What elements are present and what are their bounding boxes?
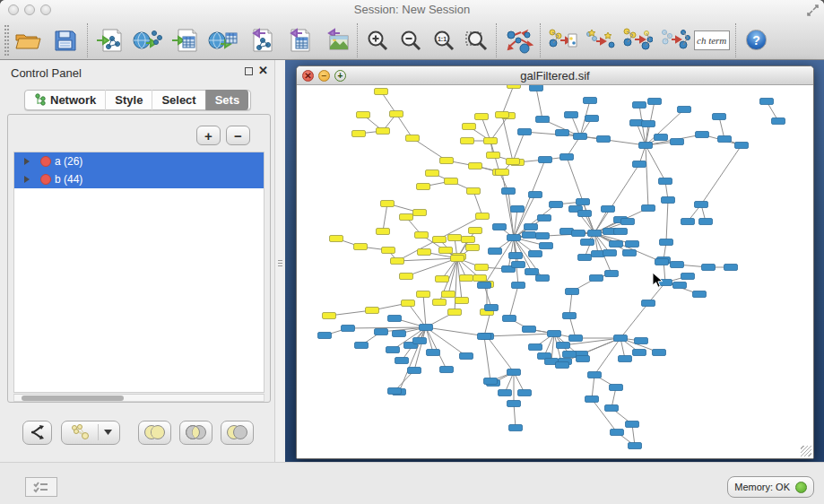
graph-node-blue[interactable]: [493, 224, 507, 230]
graph-node-blue[interactable]: [485, 305, 499, 311]
graph-node-blue[interactable]: [560, 154, 574, 161]
graph-node-blue[interactable]: [718, 136, 732, 143]
graph-node-blue[interactable]: [662, 197, 675, 204]
graph-node-yellow[interactable]: [496, 112, 509, 118]
split-set-button[interactable]: [22, 421, 52, 445]
graph-node-blue[interactable]: [507, 369, 521, 376]
graph-node-yellow[interactable]: [433, 237, 447, 243]
graph-node-yellow[interactable]: [415, 232, 429, 239]
export-image-button[interactable]: [317, 22, 354, 58]
graph-node-blue[interactable]: [548, 331, 561, 337]
graph-node-yellow[interactable]: [467, 188, 481, 195]
graph-node-blue[interactable]: [699, 219, 713, 225]
import-network-url-button[interactable]: [128, 22, 166, 58]
graph-node-yellow[interactable]: [460, 275, 473, 282]
graph-node-blue[interactable]: [318, 333, 332, 339]
graph-node-blue[interactable]: [525, 224, 538, 230]
graph-node-yellow[interactable]: [330, 236, 343, 242]
graph-node-blue[interactable]: [572, 230, 585, 237]
graph-node-yellow[interactable]: [440, 158, 454, 164]
graph-node-blue[interactable]: [633, 161, 646, 168]
search-input[interactable]: ch term: [694, 30, 730, 50]
graph-node-blue[interactable]: [633, 350, 646, 356]
graph-node-blue[interactable]: [605, 271, 619, 277]
frame-resize-grip[interactable]: [801, 446, 811, 456]
graph-node-yellow[interactable]: [463, 124, 476, 130]
graph-node-yellow[interactable]: [507, 159, 520, 165]
graph-node-yellow[interactable]: [455, 298, 469, 304]
graph-node-blue[interactable]: [509, 253, 523, 259]
new-network-from-selection-selected-edges-button[interactable]: [581, 22, 619, 58]
graph-node-yellow[interactable]: [381, 201, 395, 207]
export-network-button[interactable]: [241, 22, 279, 58]
graph-node-blue[interactable]: [478, 282, 491, 289]
graph-node-yellow[interactable]: [390, 111, 403, 117]
graph-node-blue[interactable]: [635, 338, 648, 344]
graph-node-blue[interactable]: [642, 121, 655, 127]
graph-node-blue[interactable]: [626, 421, 639, 428]
help-button[interactable]: ?: [746, 30, 767, 50]
graph-node-yellow[interactable]: [473, 275, 487, 282]
graph-node-blue[interactable]: [460, 353, 473, 360]
tab-sets[interactable]: Sets: [205, 90, 248, 110]
graph-node-yellow[interactable]: [507, 85, 521, 89]
task-history-button[interactable]: [25, 477, 57, 497]
zoom-fit-selected-button[interactable]: [460, 22, 493, 58]
set-row-b[interactable]: b (44): [14, 170, 264, 188]
graph-node-blue[interactable]: [563, 313, 577, 319]
graph-node-blue[interactable]: [525, 269, 539, 275]
graph-node-yellow[interactable]: [418, 249, 431, 256]
graph-node-blue[interactable]: [655, 259, 669, 265]
graph-node-yellow[interactable]: [377, 229, 390, 235]
graph-node-blue[interactable]: [588, 372, 602, 378]
tab-style[interactable]: Style: [105, 90, 152, 110]
apply-layout-button[interactable]: [499, 22, 537, 58]
clone-current-network-button[interactable]: [656, 22, 694, 58]
scrollbar-thumb[interactable]: [22, 395, 124, 401]
graph-node-blue[interactable]: [529, 344, 542, 351]
graph-node-blue[interactable]: [633, 102, 646, 109]
graph-node-blue[interactable]: [655, 135, 668, 141]
graph-node-yellow[interactable]: [442, 291, 455, 298]
graph-node-blue[interactable]: [610, 241, 623, 248]
import-table-url-button[interactable]: [204, 22, 241, 58]
graph-node-blue[interactable]: [523, 232, 536, 239]
zoom-actual-size-button[interactable]: 1:1: [427, 22, 460, 58]
graph-node-yellow[interactable]: [417, 184, 430, 190]
graph-node-blue[interactable]: [502, 188, 516, 195]
graph-node-yellow[interactable]: [476, 213, 490, 220]
graph-node-blue[interactable]: [702, 265, 716, 271]
remove-set-button[interactable]: −: [226, 126, 250, 145]
graph-node-yellow[interactable]: [448, 235, 462, 241]
create-set-menu-button[interactable]: [61, 421, 120, 445]
graph-node-yellow[interactable]: [475, 265, 489, 271]
graph-node-blue[interactable]: [565, 112, 578, 118]
graph-node-yellow[interactable]: [448, 309, 462, 316]
add-set-button[interactable]: +: [196, 126, 221, 145]
import-network-file-button[interactable]: [91, 22, 128, 58]
memory-status-badge[interactable]: Memory: OK: [727, 476, 814, 498]
graph-node-blue[interactable]: [566, 289, 579, 295]
graph-node-blue[interactable]: [772, 118, 785, 125]
graph-node-blue[interactable]: [585, 396, 599, 403]
graph-node-yellow[interactable]: [426, 170, 439, 177]
graph-node-blue[interactable]: [388, 388, 402, 395]
graph-node-blue[interactable]: [621, 219, 635, 225]
graph-node-blue[interactable]: [578, 255, 592, 261]
graph-node-blue[interactable]: [569, 335, 583, 342]
graph-node-yellow[interactable]: [377, 128, 390, 135]
graph-node-blue[interactable]: [408, 368, 421, 374]
graph-node-yellow[interactable]: [439, 248, 453, 254]
graph-node-blue[interactable]: [355, 343, 369, 349]
graph-node-blue[interactable]: [518, 390, 532, 396]
graph-node-blue[interactable]: [512, 262, 525, 268]
graph-node-blue[interactable]: [660, 239, 673, 246]
graph-node-blue[interactable]: [556, 130, 569, 136]
graph-node-yellow[interactable]: [469, 163, 482, 169]
graph-node-blue[interactable]: [588, 230, 602, 237]
graph-node-yellow[interactable]: [462, 237, 475, 243]
graph-node-blue[interactable]: [536, 233, 550, 239]
graph-node-blue[interactable]: [653, 350, 666, 356]
graph-node-blue[interactable]: [581, 239, 594, 246]
graph-node-blue[interactable]: [614, 229, 628, 235]
